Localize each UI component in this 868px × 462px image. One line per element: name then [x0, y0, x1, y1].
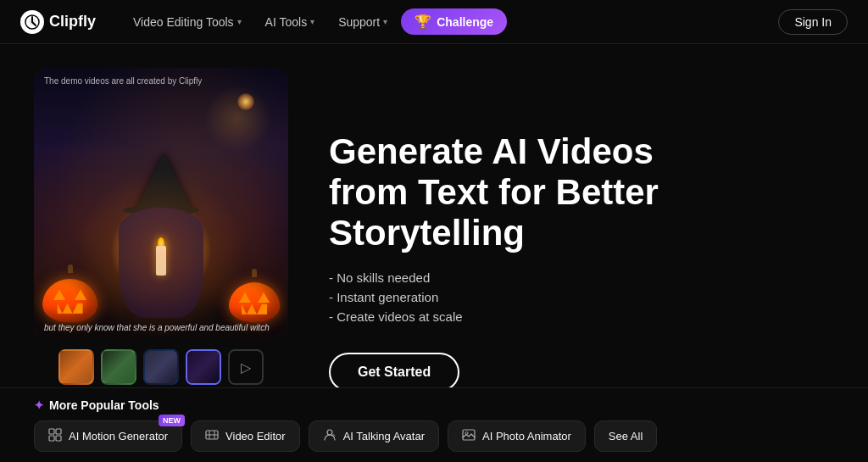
feature-item-1: - No skills needed: [329, 270, 834, 285]
tools-header: ✦ More Popular Tools: [34, 398, 834, 412]
trophy-icon: 🏆: [415, 14, 431, 30]
tool-ai-photo-button[interactable]: AI Photo Animator: [448, 420, 586, 452]
video-label: The demo videos are all created by Clipf…: [44, 76, 202, 86]
svg-rect-3: [49, 436, 54, 441]
pumpkin-left: [42, 271, 97, 322]
ai-motion-icon: [48, 428, 62, 444]
hero-title: Generate AI Videos from Text for Better …: [329, 131, 834, 254]
svg-rect-10: [463, 430, 475, 440]
thumb-img-1: [60, 351, 92, 383]
ai-avatar-label: AI Talking Avatar: [343, 430, 425, 443]
svg-rect-1: [49, 429, 54, 434]
challenge-label: Challenge: [437, 15, 493, 29]
feature-item-3: - Create videos at scale: [329, 309, 834, 324]
svg-rect-2: [56, 429, 61, 434]
pumpkin-eye-icon: [239, 292, 251, 303]
svg-point-9: [327, 430, 332, 435]
figure-light: [76, 170, 246, 339]
svg-point-11: [465, 432, 468, 435]
ai-photo-icon: [462, 428, 476, 444]
challenge-button[interactable]: 🏆 Challenge: [401, 8, 507, 35]
video-editor-label: Video Editor: [225, 430, 286, 443]
pumpkin-eye-icon: [258, 292, 270, 303]
navbar: Clipfly Video Editing Tools ▾ AI Tools ▾…: [0, 0, 868, 44]
feature-item-2: - Instant generation: [329, 290, 834, 304]
ai-photo-label: AI Photo Animator: [482, 430, 571, 443]
pumpkin-eye-icon: [53, 290, 65, 300]
logo[interactable]: Clipfly: [20, 10, 96, 34]
pumpkin-stem: [68, 264, 73, 273]
tools-header-label: More Popular Tools: [49, 398, 159, 412]
ai-avatar-icon: [323, 428, 337, 444]
nav-item-ai-tools[interactable]: AI Tools ▾: [255, 10, 326, 34]
nav-label-video: Video Editing Tools: [133, 15, 234, 29]
tool-ai-avatar-button[interactable]: AI Talking Avatar: [309, 420, 439, 452]
see-all-button[interactable]: See All: [594, 420, 657, 452]
pumpkin-shape: [229, 282, 280, 322]
chevron-down-icon: ▾: [310, 17, 314, 26]
thumb-img-3: [145, 351, 177, 383]
thumb-img-4: [187, 351, 220, 383]
thumbnail-3[interactable]: [143, 349, 179, 385]
nav-item-video-editing[interactable]: Video Editing Tools ▾: [123, 10, 252, 34]
tool-ai-motion-button[interactable]: NEW AI Motion Generator: [34, 420, 182, 452]
video-caption: but they only know that she is a powerfu…: [44, 323, 278, 332]
video-thumbnails: ▷: [58, 349, 264, 385]
tool-video-editor-button[interactable]: Video Editor: [191, 420, 300, 452]
nav-label-ai: AI Tools: [265, 15, 308, 29]
thumbnail-play-button[interactable]: ▷: [228, 349, 264, 385]
video-editor-icon: [205, 428, 219, 444]
thumbnail-2[interactable]: [101, 349, 136, 385]
pumpkin-body-right: [229, 276, 280, 322]
thumbnail-1[interactable]: [58, 349, 94, 385]
nav-links: Video Editing Tools ▾ AI Tools ▾ Support…: [123, 8, 751, 35]
play-icon: ▷: [241, 359, 251, 376]
nav-item-support[interactable]: Support ▾: [328, 10, 398, 34]
signin-button[interactable]: Sign In: [778, 9, 848, 35]
nav-right: Sign In: [778, 9, 848, 35]
pumpkin-mouth-icon: [242, 304, 267, 314]
logo-icon: [20, 10, 44, 34]
pumpkin-shape: [42, 279, 97, 322]
chevron-down-icon: ▾: [237, 17, 242, 26]
thumb-img-2: [103, 351, 135, 383]
see-all-label: See All: [609, 430, 643, 443]
thumbnail-4-active[interactable]: [186, 349, 221, 385]
pumpkin-body-left: [42, 271, 97, 322]
tools-row: NEW AI Motion Generator V: [34, 420, 834, 452]
ai-motion-label: AI Motion Generator: [69, 430, 168, 443]
features-list: - No skills needed - Instant generation …: [329, 270, 834, 329]
nav-label-support: Support: [338, 15, 380, 29]
bottom-tools-section: ✦ More Popular Tools NEW AI Motion Gener…: [0, 387, 868, 462]
pumpkin-eye-icon: [75, 290, 86, 300]
pumpkin-mouth-icon: [58, 303, 83, 314]
svg-rect-4: [56, 436, 61, 441]
get-started-button[interactable]: Get Started: [329, 353, 459, 392]
brand-name: Clipfly: [49, 13, 96, 31]
hero-video[interactable]: The demo videos are all created by Clipf…: [34, 68, 288, 339]
pumpkin-right: [229, 276, 280, 322]
pumpkin-stem: [252, 269, 257, 277]
chevron-down-icon: ▾: [383, 17, 387, 26]
new-badge: NEW: [159, 415, 185, 426]
wall-light-icon: [237, 93, 254, 119]
spark-icon: ✦: [34, 398, 44, 412]
